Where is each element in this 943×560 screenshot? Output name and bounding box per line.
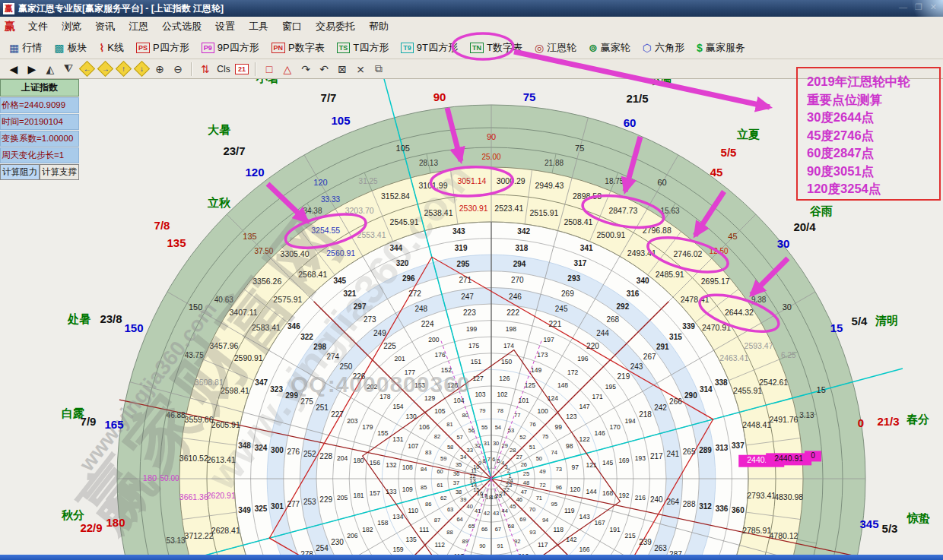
svg-text:谷雨: 谷雨	[809, 204, 833, 217]
svg-text:337: 337	[732, 441, 745, 450]
svg-text:94: 94	[542, 517, 548, 524]
index-info-panel: 上证指数 价格=2440.9099时间=20190104变换系数=1.00000…	[0, 79, 79, 180]
toolbar-button-板块[interactable]: ▩板块	[48, 40, 93, 56]
button-计算支撑[interactable]: 计算支撑	[40, 164, 79, 180]
svg-text:0: 0	[811, 451, 815, 460]
center-cross-icon[interactable]: ⨯	[351, 62, 370, 77]
svg-text:48: 48	[523, 479, 529, 486]
zoom-out-icon[interactable]: ⊖	[169, 62, 187, 77]
svg-text:301: 301	[271, 502, 284, 511]
svg-text:108: 108	[402, 464, 413, 471]
menu-文件[interactable]: 文件	[21, 17, 55, 36]
svg-text:227: 227	[331, 410, 344, 419]
svg-text:58: 58	[447, 444, 453, 451]
maximize-button[interactable]: ❐	[915, 2, 922, 12]
toolbar-button-赢家服务[interactable]: $赢家服务	[691, 40, 751, 56]
t-square-icon: TS	[337, 43, 351, 53]
toolbar-button-六角形[interactable]: ⬡六角形	[637, 40, 691, 56]
back-icon[interactable]: ◀	[5, 62, 23, 77]
toolbar-button-P四方形[interactable]: PSP四方形	[130, 40, 195, 56]
toolbar-button-T四方形[interactable]: TST四方形	[331, 40, 395, 56]
toolbar-button-9T四方形[interactable]: T99T四方形	[395, 40, 464, 56]
menu-江恩[interactable]: 江恩	[122, 17, 155, 36]
menu-资讯[interactable]: 资讯	[88, 17, 122, 36]
svg-text:246: 246	[509, 293, 522, 301]
button-计算阻力[interactable]: 计算阻力	[0, 164, 40, 180]
svg-text:82: 82	[434, 433, 440, 440]
toolbar-separator	[255, 62, 256, 76]
svg-text:55: 55	[481, 424, 487, 431]
svg-text:180: 180	[353, 457, 364, 464]
svg-text:174: 174	[503, 342, 514, 350]
boxed-x-icon[interactable]: ⊠	[333, 62, 351, 77]
svg-text:57: 57	[456, 434, 462, 441]
svg-text:339: 339	[682, 322, 695, 331]
flip-up-icon[interactable]: ◭	[41, 62, 59, 77]
menu-公式选股[interactable]: 公式选股	[155, 17, 208, 36]
svg-text:220: 220	[586, 342, 599, 350]
pan-up-icon[interactable]: ↑	[114, 62, 132, 77]
arc-cw-icon[interactable]: ↷	[297, 62, 315, 77]
svg-text:242: 242	[654, 403, 667, 412]
svg-text:小满: 小满	[648, 79, 672, 86]
svg-text:314: 314	[700, 385, 713, 394]
menu-窗口[interactable]: 窗口	[275, 17, 309, 36]
pan-down-icon[interactable]: ↓	[132, 62, 151, 77]
minimize-button[interactable]: —	[899, 2, 907, 12]
svg-text:229: 229	[319, 495, 332, 504]
svg-text:125: 125	[525, 381, 535, 389]
svg-text:2695.17: 2695.17	[701, 277, 730, 286]
svg-text:5/3: 5/3	[882, 522, 898, 535]
menu-浏览[interactable]: 浏览	[55, 17, 88, 36]
triangle-tool-icon[interactable]: △	[278, 62, 297, 77]
svg-text:5: 5	[497, 457, 500, 464]
svg-text:2440.91: 2440.91	[774, 454, 803, 463]
toolbar-button-9P四方形[interactable]: P99P四方形	[195, 40, 265, 56]
dashed-rect-icon[interactable]: ⧉	[370, 62, 388, 77]
toolbar-button-K线[interactable]: ⌇K线	[93, 40, 130, 56]
svg-text:122: 122	[579, 435, 590, 443]
svg-text:277: 277	[287, 500, 300, 508]
menu-工具[interactable]: 工具	[242, 17, 275, 36]
menu-交易委托[interactable]: 交易委托	[309, 17, 362, 36]
svg-text:70: 70	[529, 506, 535, 513]
svg-text:4: 4	[501, 460, 504, 467]
svg-text:2523.41: 2523.41	[494, 204, 523, 213]
svg-text:252: 252	[303, 450, 316, 458]
svg-text:341: 341	[580, 244, 593, 252]
pan-left-icon[interactable]: ←	[78, 62, 96, 77]
toolbar-button-江恩轮[interactable]: ◎江恩轮	[529, 40, 583, 56]
svg-text:2593.47: 2593.47	[745, 341, 773, 350]
svg-text:144: 144	[586, 488, 597, 495]
title-bar: 赢 赢家江恩专业版[赢家服务平台] - [上证指数 江恩轮] — ❐ ✕	[0, 0, 943, 17]
calendar-icon[interactable]: 21	[233, 62, 251, 77]
close-button[interactable]: ✕	[930, 2, 937, 12]
taskbar-strip	[0, 555, 943, 560]
rect-tool-icon[interactable]: □	[260, 62, 278, 77]
sectors-icon: ▩	[54, 42, 64, 54]
menu-设置[interactable]: 设置	[208, 17, 242, 36]
svg-text:39: 39	[460, 496, 466, 503]
svg-text:104: 104	[453, 397, 464, 404]
menu-帮助[interactable]: 帮助	[362, 17, 395, 36]
forward-icon[interactable]: ▶	[23, 62, 41, 77]
svg-text:127: 127	[473, 375, 484, 382]
toolbar-button-赢家轮[interactable]: ⊚赢家轮	[583, 40, 637, 56]
pan-right-icon[interactable]: →	[96, 62, 114, 77]
cls-button[interactable]: Cls	[214, 62, 233, 77]
flip-down-icon[interactable]: ⧨	[59, 62, 78, 77]
svg-text:319: 319	[455, 244, 468, 252]
toolbar-button-行情[interactable]: ▦行情	[3, 40, 48, 56]
svg-text:317: 317	[574, 259, 587, 267]
updown-marker-icon[interactable]: ⇅	[196, 62, 214, 77]
svg-text:2898.58: 2898.58	[573, 191, 602, 201]
arc-ccw-icon[interactable]: ↶	[315, 62, 333, 77]
zoom-in-icon[interactable]: ⊕	[151, 62, 169, 77]
annotation-line: 90度3051点	[807, 163, 939, 181]
toolbar-button-P数字表[interactable]: PNP数字表	[265, 40, 331, 56]
svg-text:118: 118	[553, 526, 564, 533]
svg-text:240: 240	[650, 495, 663, 504]
toolbar-button-T数字表[interactable]: TNT数字表	[464, 40, 529, 56]
svg-text:157: 157	[370, 489, 380, 497]
svg-text:8: 8	[482, 457, 485, 464]
